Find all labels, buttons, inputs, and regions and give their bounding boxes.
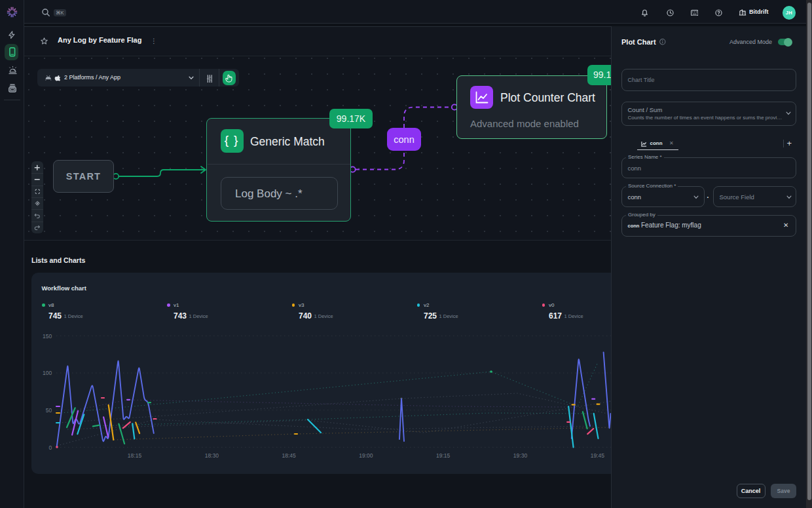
svg-text:19:45: 19:45 [591,452,605,459]
svg-text:0: 0 [49,444,52,451]
svg-text:19:15: 19:15 [436,452,451,459]
svg-text:19:00: 19:00 [359,452,373,459]
svg-text:50: 50 [46,407,52,414]
svg-text:19:30: 19:30 [513,452,528,459]
svg-text:18:30: 18:30 [205,452,219,459]
svg-text:150: 150 [43,333,52,340]
svg-text:18:45: 18:45 [282,452,296,459]
svg-text:18:15: 18:15 [128,452,142,459]
svg-text:100: 100 [43,370,52,376]
